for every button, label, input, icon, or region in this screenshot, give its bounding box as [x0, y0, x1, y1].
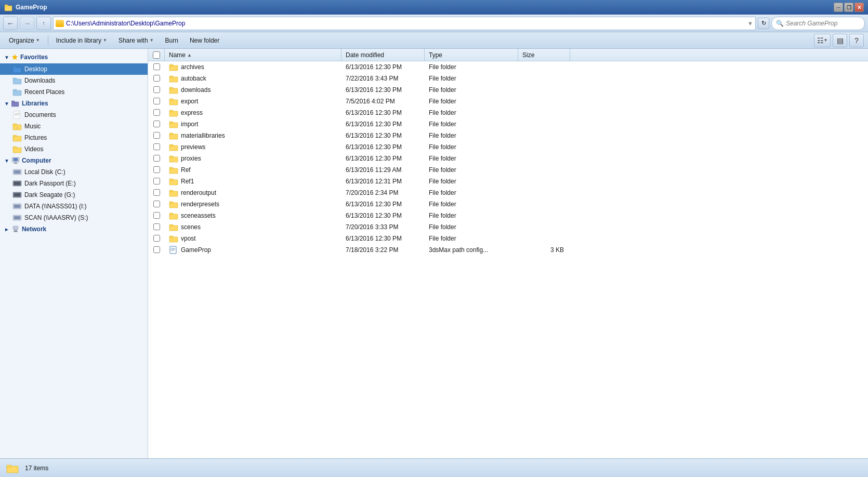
file-checkbox[interactable]	[153, 246, 160, 253]
name-sort-arrow: ▲	[187, 52, 192, 58]
sidebar-section-network[interactable]: ► Network	[0, 223, 148, 235]
file-row[interactable]: downloads 6/13/2016 12:30 PM File folder	[148, 84, 868, 96]
svg-rect-34	[14, 216, 20, 219]
sidebar-section-computer[interactable]: ▼ Computer	[0, 155, 148, 166]
file-checkbox[interactable]	[153, 143, 160, 150]
sidebar-item-recent-places[interactable]: Recent Places	[0, 86, 148, 98]
share-with-label: Share with	[119, 37, 148, 44]
file-row[interactable]: Ref 6/13/2016 11:29 AM File folder	[148, 164, 868, 176]
file-checkbox-cell	[148, 189, 165, 196]
file-row[interactable]: import 6/13/2016 12:30 PM File folder	[148, 118, 868, 130]
file-row[interactable]: previews 6/13/2016 12:30 PM File folder	[148, 141, 868, 153]
file-row[interactable]: Ref1 6/13/2016 12:31 PM File folder	[148, 176, 868, 187]
sidebar-item-local-disk[interactable]: Local Disk (C:)	[0, 166, 148, 178]
file-checkbox[interactable]	[153, 201, 160, 207]
file-checkbox[interactable]	[153, 63, 160, 70]
svg-rect-52	[169, 145, 178, 151]
file-checkbox[interactable]	[153, 235, 160, 242]
close-button[interactable]: ✕	[854, 3, 864, 12]
file-row[interactable]: proxies 6/13/2016 12:30 PM File folder	[148, 153, 868, 164]
file-row[interactable]: vpost 6/13/2016 12:30 PM File folder	[148, 233, 868, 244]
address-input[interactable]	[66, 20, 745, 27]
file-row[interactable]: sceneassets 6/13/2016 12:30 PM File fold…	[148, 210, 868, 221]
up-button[interactable]: ↑	[36, 17, 51, 30]
folder-icon	[169, 86, 178, 94]
file-name-cell: vpost	[165, 234, 341, 243]
file-checkbox[interactable]	[153, 166, 160, 173]
file-checkbox[interactable]	[153, 75, 160, 82]
sidebar-item-desktop[interactable]: Desktop	[0, 63, 148, 75]
svg-rect-2	[13, 68, 21, 73]
file-row[interactable]: scenes 7/20/2016 3:33 PM File folder	[148, 221, 868, 233]
sidebar-section-favorites[interactable]: ▼ ★ Favorites	[0, 51, 148, 63]
folder-icon	[169, 63, 178, 71]
file-date-cell: 6/13/2016 12:31 PM	[341, 178, 425, 185]
help-button[interactable]: ?	[849, 34, 864, 47]
sidebar-item-scan[interactable]: SCAN (\\AAASRV) (S:)	[0, 212, 148, 223]
svg-rect-24	[14, 163, 18, 164]
file-row[interactable]: export 7/5/2016 4:02 PM File folder	[148, 96, 868, 107]
svg-rect-69	[169, 236, 173, 237]
toolbar-right: ☷ ▼ ▤ ?	[814, 34, 864, 47]
share-with-button[interactable]: Share with ▼	[114, 34, 159, 47]
sidebar-item-documents[interactable]: Documents	[0, 109, 148, 121]
folder-icon	[169, 223, 178, 231]
col-header-checkbox[interactable]	[148, 49, 165, 61]
data-label: DATA (\\NASSS01) (I:)	[24, 203, 87, 210]
file-row[interactable]: renderpresets 6/13/2016 12:30 PM File fo…	[148, 198, 868, 210]
file-checkbox[interactable]	[153, 178, 160, 184]
file-name-cell: previews	[165, 143, 341, 151]
file-type-cell: 3dsMax path config...	[425, 246, 518, 254]
svg-rect-20	[13, 147, 17, 148]
sidebar-item-dark-seagate[interactable]: Dark Seagate (G:)	[0, 189, 148, 201]
back-button[interactable]: ←	[3, 17, 18, 30]
sidebar-item-downloads[interactable]: Downloads	[0, 75, 148, 86]
address-dropdown-arrow[interactable]: ▼	[747, 20, 753, 27]
new-folder-button[interactable]: New folder	[185, 34, 224, 47]
sidebar-item-pictures[interactable]: Pictures	[0, 132, 148, 143]
col-header-size[interactable]: Size	[518, 49, 570, 61]
file-row[interactable]: express 6/13/2016 12:30 PM File folder	[148, 107, 868, 118]
sidebar-item-data[interactable]: DATA (\\NASSS01) (I:)	[0, 201, 148, 212]
file-checkbox[interactable]	[153, 98, 160, 104]
sidebar-section-libraries[interactable]: ▼ Libraries	[0, 98, 148, 109]
file-row[interactable]: autoback 7/22/2016 3:43 PM File folder	[148, 73, 868, 84]
file-checkbox[interactable]	[153, 212, 160, 219]
file-checkbox[interactable]	[153, 132, 160, 139]
change-view-button[interactable]: ☷ ▼	[814, 34, 831, 47]
file-checkbox[interactable]	[153, 223, 160, 230]
restore-button[interactable]: ❐	[844, 3, 853, 12]
forward-button[interactable]: →	[20, 17, 34, 30]
file-type-cell: File folder	[425, 155, 518, 162]
select-all-checkbox[interactable]	[153, 51, 160, 59]
file-row[interactable]: GameProp 7/18/2016 3:22 PM 3dsMax path c…	[148, 244, 868, 256]
title-bar-controls[interactable]: ─ ❐ ✕	[834, 3, 864, 12]
sidebar-item-music[interactable]: ♪ Music	[0, 121, 148, 132]
col-header-date[interactable]: Date modified	[341, 49, 425, 61]
col-header-type[interactable]: Type	[425, 49, 518, 61]
preview-pane-button[interactable]: ▤	[833, 34, 847, 47]
sidebar-item-dark-passport[interactable]: Dark Passport (E:)	[0, 178, 148, 189]
local-disk-label: Local Disk (C:)	[24, 168, 65, 176]
minimize-button[interactable]: ─	[834, 3, 843, 12]
burn-button[interactable]: Burn	[161, 34, 183, 47]
sidebar-item-videos[interactable]: Videos	[0, 143, 148, 155]
organize-button[interactable]: Organize ▼	[4, 34, 45, 47]
file-checkbox[interactable]	[153, 109, 160, 116]
include-library-button[interactable]: Include in library ▼	[51, 34, 112, 47]
file-checkbox[interactable]	[153, 121, 160, 127]
file-checkbox[interactable]	[153, 155, 160, 162]
videos-icon	[12, 145, 22, 153]
file-name: archives	[181, 63, 204, 71]
search-input[interactable]	[786, 20, 859, 27]
file-row[interactable]: materiallibraries 6/13/2016 12:30 PM Fil…	[148, 130, 868, 141]
file-row[interactable]: archives 6/13/2016 12:30 PM File folder	[148, 61, 868, 73]
refresh-button[interactable]: ↻	[758, 18, 769, 29]
file-checkbox[interactable]	[153, 189, 160, 196]
sidebar: ▼ ★ Favorites Desktop Downloads Recent P…	[0, 49, 148, 458]
file-checkbox-cell	[148, 223, 165, 230]
col-header-name[interactable]: Name ▲	[165, 49, 341, 61]
file-checkbox-cell	[148, 178, 165, 184]
file-checkbox[interactable]	[153, 86, 160, 93]
file-row[interactable]: renderoutput 7/20/2016 2:34 PM File fold…	[148, 187, 868, 198]
